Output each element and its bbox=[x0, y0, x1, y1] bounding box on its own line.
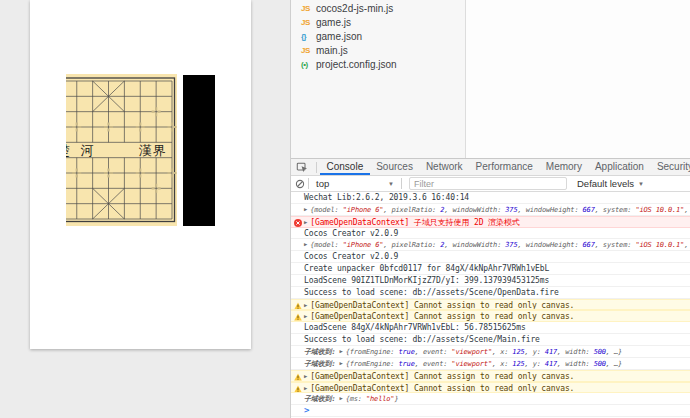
expand-arrow-icon[interactable]: ▶ bbox=[304, 239, 307, 251]
console-message-text: Create unpacker 0bfcd0117 for 84gX/4kNpA… bbox=[304, 264, 549, 273]
expand-arrow-icon[interactable]: ▶ bbox=[304, 311, 307, 322]
tab-application[interactable]: Application bbox=[588, 159, 650, 175]
source-editor-empty bbox=[466, 0, 690, 158]
console-messages: Wechat Lib:2.6.2, 2019.3.6 16:40:14▶{mod… bbox=[291, 192, 690, 418]
warning-icon bbox=[294, 385, 302, 393]
filter-input[interactable] bbox=[409, 177, 567, 190]
warning-icon bbox=[294, 302, 302, 310]
divider bbox=[401, 178, 402, 189]
divider bbox=[316, 162, 317, 173]
config-file-icon: (•) bbox=[301, 60, 316, 69]
console-prompt-chevron: > bbox=[304, 405, 309, 415]
divider bbox=[308, 178, 309, 189]
tab-security[interactable]: Security bbox=[650, 159, 690, 175]
console-message-row: 子域收到:▶{ms: "hello"} bbox=[291, 393, 690, 405]
object-preview: {fromEngine: true, event: "viewport", x:… bbox=[346, 360, 622, 368]
console-message-text: [GameOpenDataContext] Cannot assign to r… bbox=[310, 384, 574, 393]
tab-console[interactable]: Console bbox=[320, 159, 370, 175]
console-message-row: LoadScene 84gX/4kNpAhr7VRWh1vEbL: 56.785… bbox=[291, 322, 690, 334]
file-list: JScocos2d-js-min.jsJSgame.js{}game.jsonJ… bbox=[291, 2, 465, 71]
svg-text:河: 河 bbox=[81, 143, 94, 158]
object-preview: {model: "iPhone 6", pixelRatio: 2, windo… bbox=[310, 241, 690, 249]
console-message-row: ▶[GameOpenDataContext] Cannot assign to … bbox=[291, 382, 690, 394]
json-file-icon: {} bbox=[301, 32, 316, 41]
console-log-prefix: 子域收到: bbox=[304, 360, 335, 368]
expand-arrow-icon[interactable]: ▶ bbox=[304, 204, 307, 216]
object-preview: {ms: "hello"} bbox=[346, 395, 399, 403]
file-name: game.json bbox=[316, 31, 362, 42]
console-message-text: Wechat Lib:2.6.2, 2019.3.6 16:40:14 bbox=[304, 193, 469, 202]
xiangqi-board-canvas[interactable]: 楚 河 漢 界 bbox=[66, 74, 177, 226]
log-levels-value: Default levels bbox=[577, 178, 634, 189]
file-tree-item[interactable]: {}game.json bbox=[291, 30, 465, 44]
file-navigator: JScocos2d-js-min.jsJSgame.js{}game.jsonJ… bbox=[291, 0, 466, 158]
devtools-tabbar: ConsoleSourcesNetworkPerformanceMemoryAp… bbox=[291, 159, 690, 176]
console-message-row: ▶{model: "iPhone 6", pixelRatio: 2, wind… bbox=[291, 204, 690, 216]
sources-section: JScocos2d-js-min.jsJSgame.js{}game.jsonJ… bbox=[291, 0, 690, 159]
expand-arrow-icon[interactable]: ▶ bbox=[339, 346, 342, 358]
console-message-row: ▶[GameOpenDataContext] 子域只支持使用 2D 渲染模式 bbox=[291, 216, 690, 228]
console-message-text: [GameOpenDataContext] 子域只支持使用 2D 渲染模式 bbox=[310, 218, 520, 227]
chevron-down-icon: ▼ bbox=[638, 181, 644, 187]
expand-arrow-icon[interactable]: ▶ bbox=[304, 300, 307, 311]
error-icon bbox=[294, 219, 302, 227]
console-message-text: LoadScene 84gX/4kNpAhr7VRWh1vEbL: 56.785… bbox=[304, 323, 526, 332]
console-message-row: ▶[GameOpenDataContext] Cannot assign to … bbox=[291, 370, 690, 382]
svg-text:楚: 楚 bbox=[66, 143, 70, 158]
tab-memory[interactable]: Memory bbox=[539, 159, 588, 175]
console-message-text: [GameOpenDataContext] Cannot assign to r… bbox=[310, 312, 574, 321]
file-tree-item[interactable]: JSmain.js bbox=[291, 44, 465, 58]
xiangqi-board: 楚 河 漢 界 bbox=[66, 74, 177, 226]
console-message-row: Wechat Lib:2.6.2, 2019.3.6 16:40:14 bbox=[291, 192, 690, 204]
file-tree-item[interactable]: (•)project.config.json bbox=[291, 58, 465, 72]
warning-icon bbox=[294, 313, 302, 321]
console-message-row: ▶[GameOpenDataContext] Cannot assign to … bbox=[291, 310, 690, 322]
console-message-text: Cocos Creator v2.0.9 bbox=[304, 229, 398, 238]
console-toolbar: top ▼ Default levels ▼ bbox=[291, 176, 690, 192]
console-message-row: Cocos Creator v2.0.9 bbox=[291, 251, 690, 263]
console-message-text: Success to load scene: db://assets/Scene… bbox=[304, 335, 540, 344]
context-selector[interactable]: top ▼ bbox=[312, 178, 398, 189]
svg-text:界: 界 bbox=[153, 143, 166, 158]
file-tree-item[interactable]: JSgame.js bbox=[291, 16, 465, 30]
console-prompt[interactable]: > bbox=[291, 405, 690, 417]
expand-arrow-icon[interactable]: ▶ bbox=[304, 371, 307, 382]
console-log-prefix: 子域收到: bbox=[304, 348, 335, 356]
js-file-icon: JS bbox=[301, 4, 316, 13]
clear-console-icon[interactable] bbox=[295, 179, 305, 189]
console-message-row: LoadScene 90IZ1TLDnMorKIjzZ7D/yI: 399.13… bbox=[291, 275, 690, 287]
warning-icon bbox=[294, 373, 302, 381]
file-name: cocos2d-js-min.js bbox=[316, 3, 393, 14]
js-file-icon: JS bbox=[301, 46, 316, 55]
console-message-row: Create unpacker 0bfcd0117 for 84gX/4kNpA… bbox=[291, 263, 690, 275]
file-name: main.js bbox=[316, 45, 348, 56]
browser-viewport: 楚 河 漢 界 bbox=[0, 0, 290, 418]
js-file-icon: JS bbox=[301, 18, 316, 27]
svg-text:漢: 漢 bbox=[139, 143, 152, 158]
console-message-text: LoadScene 90IZ1TLDnMorKIjzZ7D/yI: 399.13… bbox=[304, 276, 549, 285]
file-name: game.js bbox=[316, 17, 351, 28]
console-panel: ConsoleSourcesNetworkPerformanceMemoryAp… bbox=[291, 159, 690, 418]
context-selector-value: top bbox=[316, 178, 329, 189]
console-message-row: 子域收到:▶{fromEngine: true, event: "viewpor… bbox=[291, 358, 690, 370]
tab-performance[interactable]: Performance bbox=[469, 159, 539, 175]
tab-network[interactable]: Network bbox=[419, 159, 469, 175]
expand-arrow-icon[interactable]: ▶ bbox=[304, 217, 307, 228]
file-name: project.config.json bbox=[316, 59, 397, 70]
object-preview: {model: "iPhone 6", pixelRatio: 2, windo… bbox=[310, 206, 690, 214]
file-tree-item[interactable]: JScocos2d-js-min.js bbox=[291, 2, 465, 16]
log-levels-selector[interactable]: Default levels ▼ bbox=[577, 178, 644, 189]
page-card: 楚 河 漢 界 bbox=[30, 0, 251, 349]
console-message-text: Success to load scene: db://assets/Scene… bbox=[304, 288, 559, 297]
expand-arrow-icon[interactable]: ▶ bbox=[339, 393, 342, 405]
black-canvas-region bbox=[183, 75, 215, 226]
console-message-text: [GameOpenDataContext] Cannot assign to r… bbox=[310, 301, 574, 310]
inspect-element-icon[interactable] bbox=[291, 159, 313, 175]
screenshot-root: 楚 河 漢 界 JScocos2d-js-min.jsJSgame.js{}ga… bbox=[0, 0, 690, 418]
object-preview: {fromEngine: true, event: "viewport", x:… bbox=[346, 348, 622, 356]
console-message-row: Success to load scene: db://assets/Scene… bbox=[291, 287, 690, 299]
console-message-row: Success to load scene: db://assets/Scene… bbox=[291, 334, 690, 346]
tab-sources[interactable]: Sources bbox=[370, 159, 420, 175]
expand-arrow-icon[interactable]: ▶ bbox=[339, 358, 342, 370]
expand-arrow-icon[interactable]: ▶ bbox=[304, 383, 307, 394]
